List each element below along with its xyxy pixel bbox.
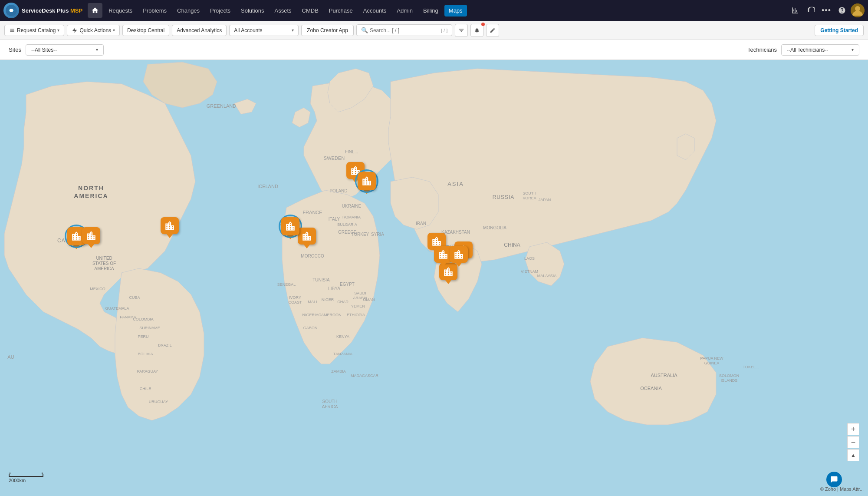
desktop-central-btn[interactable]: Desktop Central — [122, 25, 169, 36]
zoom-out-btn[interactable]: − — [847, 436, 859, 448]
map-pin-uk[interactable] — [281, 217, 299, 238]
svg-text:MALAYSIA: MALAYSIA — [537, 274, 556, 278]
chart-icon-btn[interactable] — [788, 3, 802, 17]
svg-text:SOLOMON: SOLOMON — [719, 374, 739, 378]
toolbar: Request Catalog ▾ Quick Actions ▾ Deskto… — [0, 21, 868, 40]
notification-badge-area — [470, 24, 483, 37]
svg-text:UKRAINE: UKRAINE — [342, 204, 362, 208]
user-avatar[interactable] — [851, 3, 865, 17]
zoom-controls: + − ▲ — [847, 423, 859, 461]
all-accounts-label: All Accounts — [234, 27, 262, 33]
svg-text:ICELAND: ICELAND — [257, 184, 278, 189]
request-catalog-label: Request Catalog — [17, 27, 56, 33]
request-catalog-arrow: ▾ — [57, 28, 59, 33]
svg-text:TANZANIA: TANZANIA — [333, 352, 352, 356]
svg-text:AMERICA: AMERICA — [94, 266, 114, 271]
search-box: 🔍 [ / ] — [356, 24, 452, 36]
svg-text:LAOS: LAOS — [524, 256, 535, 261]
nav-projects[interactable]: Projects — [206, 5, 235, 17]
svg-text:ITALY: ITALY — [329, 217, 340, 222]
svg-text:ROMANIA: ROMANIA — [342, 215, 361, 219]
sites-select[interactable]: --All Sites-- ▾ — [26, 44, 104, 56]
svg-text:JAPAN: JAPAN — [539, 198, 551, 202]
nav-solutions[interactable]: Solutions — [237, 5, 268, 17]
advanced-analytics-label: Advanced Analytics — [177, 27, 222, 33]
nav-assets[interactable]: Assets — [270, 5, 296, 17]
svg-text:NIGER: NIGER — [322, 298, 334, 302]
nav-billing[interactable]: Billing — [419, 5, 443, 17]
quick-actions-btn[interactable]: Quick Actions ▾ — [67, 25, 120, 36]
map-pin-india-nw[interactable] — [434, 246, 468, 267]
zoom-in-btn[interactable]: + — [847, 423, 859, 435]
svg-text:AU: AU — [7, 354, 14, 360]
map-container[interactable]: NORTH AMERICA CANADA UNITED STATES OF AM… — [0, 60, 868, 496]
svg-text:NIGERIA: NIGERIA — [302, 313, 318, 317]
chat-button[interactable] — [826, 472, 842, 487]
map-scale: 2000km — [9, 474, 43, 483]
svg-text:AMERICA: AMERICA — [74, 192, 108, 199]
map-pin-scandinavia[interactable] — [358, 172, 376, 193]
zoom-in-icon: + — [851, 425, 856, 434]
svg-text:SURINAME: SURINAME — [139, 326, 160, 330]
zoom-out-icon: − — [851, 438, 856, 447]
help-icon-btn[interactable] — [835, 3, 849, 17]
svg-text:GUATEMALA: GUATEMALA — [105, 306, 129, 311]
svg-text:OMAN: OMAN — [363, 298, 375, 302]
svg-text:COAST: COAST — [288, 300, 302, 304]
svg-text:SENEGAL: SENEGAL — [277, 282, 296, 287]
svg-text:CHILE: CHILE — [140, 387, 151, 391]
all-accounts-select[interactable]: All Accounts ▾ — [229, 25, 299, 36]
technicians-select[interactable]: --All Technicians-- ▾ — [781, 44, 859, 56]
attribution-text: © Zoho | Maps Attr... — [820, 486, 864, 492]
svg-text:FINL...: FINL... — [345, 149, 358, 154]
getting-started-btn[interactable]: Getting Started — [815, 25, 864, 36]
sites-filter-group: Sites --All Sites-- ▾ — [9, 44, 104, 56]
technicians-label: Technicians — [747, 46, 777, 53]
quick-actions-arrow: ▾ — [113, 28, 115, 33]
search-input[interactable] — [370, 27, 439, 33]
nav-requests[interactable]: Requests — [104, 5, 137, 17]
brand-logo-area: ServiceDesk Plus MSP — [3, 3, 82, 18]
nav-maps[interactable]: Maps — [444, 5, 467, 17]
svg-text:NORTH: NORTH — [78, 185, 104, 192]
nav-problems[interactable]: Problems — [138, 5, 171, 17]
edit-icon-btn[interactable] — [486, 24, 499, 37]
nav-accounts[interactable]: Accounts — [359, 5, 391, 17]
more-options-btn[interactable]: ••• — [819, 3, 833, 17]
map-pin-europe-west[interactable] — [298, 228, 316, 248]
advanced-analytics-btn[interactable]: Advanced Analytics — [172, 25, 227, 36]
nav-cmdb[interactable]: CMDB — [298, 5, 323, 17]
svg-text:PERU: PERU — [138, 334, 148, 339]
getting-started-label: Getting Started — [820, 27, 858, 33]
nav-changes[interactable]: Changes — [173, 5, 204, 17]
request-catalog-btn[interactable]: Request Catalog ▾ — [4, 25, 64, 36]
svg-text:MALI: MALI — [308, 300, 317, 304]
svg-text:KOREA: KOREA — [523, 196, 536, 200]
map-pin-usa-midwest[interactable] — [161, 217, 179, 238]
nav-admin[interactable]: Admin — [392, 5, 417, 17]
svg-text:PAPUA NEW: PAPUA NEW — [700, 356, 723, 360]
home-button[interactable] — [88, 3, 102, 18]
svg-text:SAUDI: SAUDI — [354, 291, 366, 295]
svg-text:GREENLAND: GREENLAND — [207, 103, 237, 109]
svg-text:BULGARIA: BULGARIA — [337, 222, 357, 227]
technicians-filter-group: Technicians --All Technicians-- ▾ — [747, 44, 859, 56]
svg-text:TUNISIA: TUNISIA — [312, 278, 330, 282]
desktop-central-label: Desktop Central — [127, 27, 164, 33]
svg-text:SYRIA: SYRIA — [371, 232, 384, 237]
notification-dot — [481, 23, 485, 26]
svg-text:ASIA: ASIA — [447, 181, 464, 187]
headphone-icon-btn[interactable] — [804, 3, 818, 17]
search-shortcut: [ / ] — [441, 28, 447, 33]
scale-bar — [9, 474, 43, 477]
map-reset-btn[interactable]: ▲ — [847, 449, 859, 461]
svg-text:IRAN: IRAN — [416, 221, 426, 226]
nav-purchase[interactable]: Purchase — [325, 5, 357, 17]
filter-icon-btn[interactable] — [455, 24, 468, 37]
svg-text:BOLIVIA: BOLIVIA — [138, 352, 153, 356]
map-pin-usa-west[interactable] — [67, 227, 100, 248]
svg-text:PARAGUAY: PARAGUAY — [137, 369, 158, 374]
svg-text:CHAD: CHAD — [337, 300, 349, 304]
svg-text:IVORY: IVORY — [289, 295, 301, 300]
zoho-creator-btn[interactable]: Zoho Creator App — [301, 25, 354, 36]
